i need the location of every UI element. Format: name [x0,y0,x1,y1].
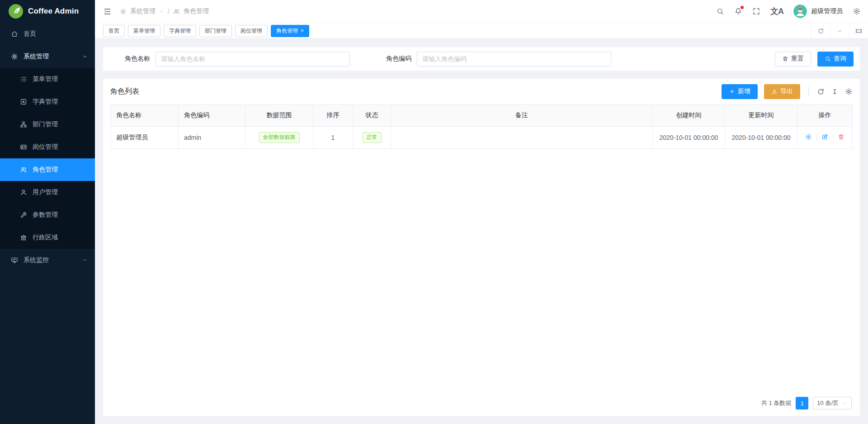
breadcrumb-role: 角色管理 [184,7,209,15]
reset-button[interactable]: 重置 [775,52,811,67]
role-list-card: 角色列表 新增 导出 [103,79,860,416]
monitor-icon [11,257,18,264]
gear-icon [11,53,18,60]
cell-created-at: 2020-10-01 00:00:00 [653,127,725,149]
sidebar-item-label: 首页 [24,30,36,38]
role-table: 角色名称 角色编码 数据范围 排序 状态 备注 创建时间 更新时间 操作 超级管… [110,104,853,149]
cell-updated-at: 2020-10-01 00:00:00 [725,127,797,149]
role-name-input[interactable] [156,52,350,67]
page-size-select[interactable]: 10 条/页 [813,397,852,410]
breadcrumb-system[interactable]: 系统管理 [130,7,156,15]
chevron-down-icon [842,400,848,406]
sidebar-item-label: 岗位管理 [33,143,58,151]
chevron-up-icon [82,54,88,59]
dictionary-icon [20,98,27,105]
user-name: 超级管理员 [811,7,843,15]
search-icon [825,56,831,62]
download-icon [771,88,778,95]
refresh-tab-icon[interactable] [811,23,830,38]
people-icon [20,166,27,173]
bank-icon [20,234,27,241]
table-row: 超级管理员 admin 全部数据权限 1 正常 2020-10-01 00:00… [111,127,853,149]
sidebar-item-label: 菜单管理 [33,75,58,83]
export-button[interactable]: 导出 [764,84,800,99]
query-button[interactable]: 查询 [817,52,854,67]
add-button[interactable]: 新增 [722,84,758,99]
fullscreen-icon[interactable] [752,7,760,15]
pagination: 共 1 条数据 1 10 条/页 [110,391,853,416]
tab-dept-mgmt[interactable]: 部门管理 [199,25,232,37]
trash-icon [782,56,788,62]
notification-bell-icon[interactable] [734,7,742,15]
sidebar-item-role-mgmt[interactable]: 角色管理 [0,158,95,181]
cell-role-code: admin [179,127,245,149]
tab-dict-mgmt[interactable]: 字典管理 [164,25,196,37]
data-scope-tag: 全部数据权限 [259,132,300,143]
tab-role-mgmt[interactable]: 角色管理 × [271,25,309,37]
user-menu[interactable]: 超级管理员 [793,5,843,18]
app-title: Coffee Admin [28,7,79,16]
list-icon [20,76,27,83]
org-tree-icon [20,121,27,128]
cell-status: 正常 [353,127,391,149]
sidebar-item-label: 部门管理 [33,120,58,129]
sidebar-group-monitor[interactable]: 系统监控 [0,249,95,272]
breadcrumb-separator: / [168,8,170,15]
people-icon [173,8,180,15]
sidebar-item-label: 参数管理 [33,211,58,219]
tab-menu-mgmt[interactable]: 菜单管理 [128,25,160,37]
sidebar-item-post-mgmt[interactable]: 岗位管理 [0,136,95,158]
role-name-label: 角色名称 [125,55,150,63]
tab-post-mgmt[interactable]: 岗位管理 [235,25,268,37]
chevron-down-icon [159,9,164,14]
app-logo[interactable]: Coffee Admin [0,0,95,23]
role-code-input[interactable] [417,52,611,67]
sidebar-group-system[interactable]: 系统管理 [0,45,95,68]
sidebar-item-menu-mgmt[interactable]: 菜单管理 [0,68,95,91]
wrench-icon [20,211,27,219]
sidebar-collapse-icon[interactable] [103,7,112,16]
row-edit-icon[interactable] [821,133,828,140]
sidebar-group-label: 系统管理 [24,52,77,61]
cell-actions [797,127,853,149]
col-role-name: 角色名称 [111,105,179,127]
sidebar-group-label: 系统监控 [24,256,77,264]
page-number-button[interactable]: 1 [796,397,808,410]
settings-gear-icon[interactable] [853,7,861,15]
tab-strip: 首页 菜单管理 字典管理 部门管理 岗位管理 角色管理 × [95,23,868,39]
table-refresh-icon[interactable] [817,88,825,95]
column-settings-icon[interactable] [845,88,853,95]
row-delete-icon[interactable] [838,133,844,140]
chevron-down-icon [82,257,88,263]
sidebar-item-user-mgmt[interactable]: 用户管理 [0,181,95,204]
sidebar-item-region[interactable]: 行政区域 [0,226,95,249]
sidebar-item-label: 角色管理 [33,166,58,174]
breadcrumb: 系统管理 / 角色管理 [120,7,209,15]
maximize-content-icon[interactable] [849,23,868,38]
row-permission-gear-icon[interactable] [805,133,812,140]
filter-card: 角色名称 角色编码 重置 查询 [103,47,860,71]
sidebar-item-dict-mgmt[interactable]: 字典管理 [0,91,95,113]
search-icon[interactable] [716,7,724,15]
tab-close-icon[interactable]: × [301,28,304,33]
sidebar-item-dept-mgmt[interactable]: 部门管理 [0,113,95,136]
leaf-logo-icon [8,4,24,19]
sidebar-item-home[interactable]: 首页 [0,23,95,45]
col-data-scope: 数据范围 [245,105,313,127]
col-role-code: 角色编码 [179,105,245,127]
col-status: 状态 [353,105,391,127]
sidebar-item-label: 行政区域 [33,233,58,242]
tab-home[interactable]: 首页 [103,25,125,37]
cell-sort: 1 [313,127,353,149]
cell-role-name: 超级管理员 [111,127,179,149]
row-density-icon[interactable] [831,88,839,95]
id-card-icon [20,143,27,151]
table-header-row: 角色名称 角色编码 数据范围 排序 状态 备注 创建时间 更新时间 操作 [111,105,853,127]
sidebar-item-param-mgmt[interactable]: 参数管理 [0,204,95,226]
translate-icon[interactable]: 文A [770,6,783,17]
cell-data-scope: 全部数据权限 [245,127,313,149]
col-sort: 排序 [313,105,353,127]
col-created: 创建时间 [653,105,725,127]
col-updated: 更新时间 [725,105,797,127]
tab-menu-chevron-icon[interactable] [830,23,849,38]
